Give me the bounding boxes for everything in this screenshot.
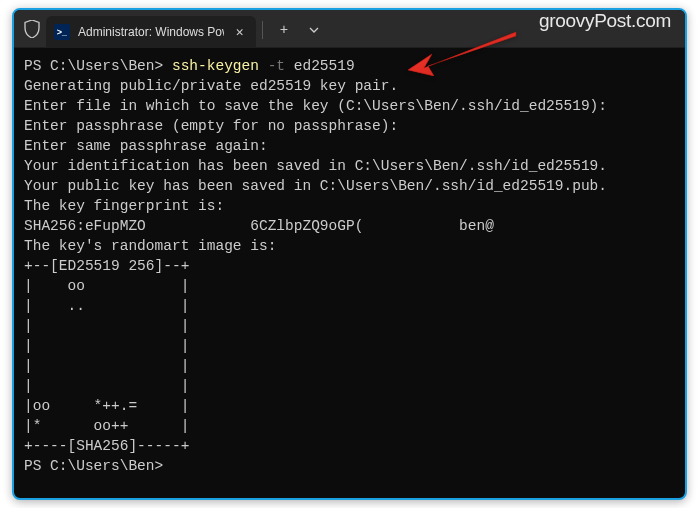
output-line: Your identification has been saved in C:… <box>24 158 607 174</box>
randomart-line: | | <box>24 378 189 394</box>
output-line: The key's randomart image is: <box>24 238 276 254</box>
output-line: Your public key has been saved in C:\Use… <box>24 178 607 194</box>
tab-dropdown-button[interactable] <box>299 16 329 44</box>
active-tab[interactable]: >_ Administrator: Windows Powe ✕ <box>46 16 256 48</box>
close-tab-button[interactable]: ✕ <box>232 23 248 41</box>
randomart-line: | .. | <box>24 298 189 314</box>
randomart-line: |* oo++ | <box>24 418 189 434</box>
randomart-line: +----[SHA256]-----+ <box>24 438 189 454</box>
tab-actions: + <box>269 16 329 44</box>
shield-icon <box>24 20 40 38</box>
output-line: The key fingerprint is: <box>24 198 224 214</box>
terminal-window: >_ Administrator: Windows Powe ✕ + groov… <box>12 8 687 500</box>
randomart-line: | | <box>24 338 189 354</box>
title-bar: >_ Administrator: Windows Powe ✕ + groov… <box>14 10 685 48</box>
output-line: Enter file in which to save the key (C:\… <box>24 98 607 114</box>
output-line: Enter same passphrase again: <box>24 138 268 154</box>
prompt-line: PS C:\Users\Ben> <box>24 458 163 474</box>
powershell-icon: >_ <box>54 24 70 40</box>
new-tab-button[interactable]: + <box>269 16 299 44</box>
output-line: Generating public/private ed25519 key pa… <box>24 78 398 94</box>
watermark: groovyPost.com <box>539 10 671 32</box>
randomart-line: |oo *++.= | <box>24 398 189 414</box>
randomart-line: | | <box>24 318 189 334</box>
annotation-arrow <box>408 30 518 81</box>
prompt-prefix: PS C:\Users\Ben> <box>24 58 172 74</box>
flag: -t <box>268 58 285 74</box>
output-line: Enter passphrase (empty for no passphras… <box>24 118 398 134</box>
prompt-line: PS C:\Users\Ben> ssh-keygen -t ed25519 <box>24 58 355 74</box>
output-line: SHA256:eFupMZO 6CZlbpZQ9oGP( ben@ <box>24 218 494 234</box>
randomart-line: +--[ED25519 256]--+ <box>24 258 189 274</box>
command: ssh-keygen <box>172 58 268 74</box>
randomart-line: | oo | <box>24 278 189 294</box>
arg: ed25519 <box>285 58 355 74</box>
tab-title: Administrator: Windows Powe <box>78 25 224 39</box>
randomart-line: | | <box>24 358 189 374</box>
tab-divider <box>262 21 263 39</box>
terminal-output[interactable]: PS C:\Users\Ben> ssh-keygen -t ed25519 G… <box>14 48 685 484</box>
